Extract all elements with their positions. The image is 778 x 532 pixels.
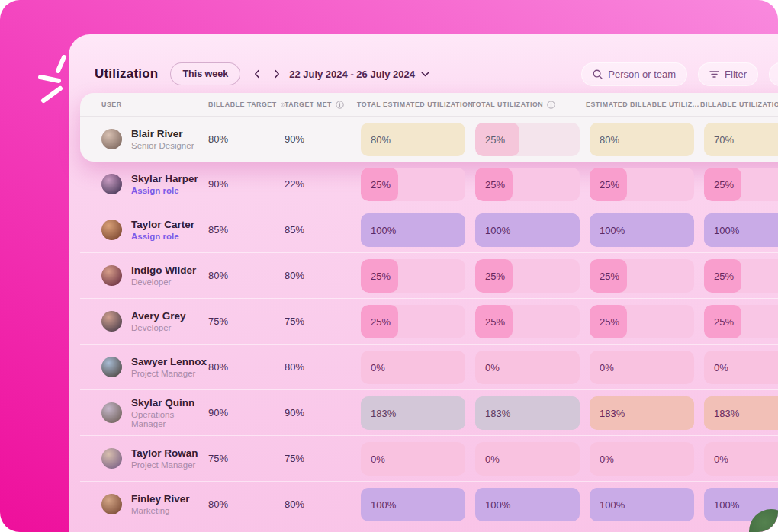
column-header-label: TOTAL ESTIMATED UTILIZATION <box>357 101 473 108</box>
user-cell: Avery GreyDeveloper <box>101 310 208 333</box>
user-name: Taylor Rowan <box>131 447 198 460</box>
utilization-bar: 100% <box>361 213 465 247</box>
user-role: Project Manager <box>131 460 198 470</box>
table-row[interactable]: Taylor CarterAssign role85%85%100%100%10… <box>80 207 778 252</box>
target-met-value: 80% <box>285 361 357 373</box>
utilization-bar-cell: 0% <box>700 351 778 384</box>
column-header-label: TOTAL UTILIZATION <box>471 101 543 108</box>
date-range-label[interactable]: 22 July 2024 - 26 July 2024 <box>289 69 415 80</box>
avatar <box>101 494 122 514</box>
column-header: TARGET MET <box>285 101 357 109</box>
user-cell: Blair RiverSenior Designer <box>101 128 208 151</box>
utilization-bar-cell: 0% <box>471 351 586 384</box>
utilization-bar: 0% <box>475 351 580 384</box>
filter-button[interactable]: Filter <box>698 62 758 86</box>
utilization-bar: 100% <box>590 213 694 247</box>
avatar <box>101 220 122 240</box>
next-week-button[interactable] <box>271 68 283 80</box>
utilization-bar-value: 100% <box>371 498 396 510</box>
utilization-bar-cell: 25% <box>700 259 778 293</box>
utilization-bar: 25% <box>361 305 465 338</box>
utilization-bar-cell: 100% <box>357 213 471 247</box>
utilization-bar-cell: 183% <box>700 396 778 430</box>
utilization-bar-cell: 100% <box>586 488 700 521</box>
assign-role-link[interactable]: Assign role <box>131 232 194 241</box>
column-header-label: TARGET MET <box>285 101 332 108</box>
utilization-bar-cell: 25% <box>700 305 778 338</box>
target-met-value: 90% <box>285 133 357 145</box>
utilization-bar: 25% <box>704 259 778 293</box>
table-row[interactable]: Skylar HarperAssign role90%22%25%25%25%2… <box>80 162 778 207</box>
table-row[interactable]: Finley RiverMarketing80%80%100%100%100%1… <box>80 481 778 527</box>
utilization-bar-cell: 25% <box>357 168 471 201</box>
utilization-bar-value: 0% <box>485 361 500 373</box>
filter-icon <box>709 70 719 79</box>
table-row[interactable]: Indigo WilderDeveloper80%80%25%25%25%25% <box>80 252 778 298</box>
user-role: Developer <box>131 277 196 287</box>
utilization-bar: 0% <box>361 442 465 476</box>
assign-role-link[interactable]: Assign role <box>131 186 198 195</box>
utilization-bar-cell: 80% <box>586 123 700 156</box>
header-actions: Person or team Filter <box>581 62 778 86</box>
column-header: BILLABLE UTILIZATION <box>700 101 778 109</box>
table-row[interactable]: Sawyer LennoxProject Manager80%80%0%0%0%… <box>80 344 778 389</box>
utilization-bar-cell: 183% <box>586 396 700 430</box>
table-body: Skylar HarperAssign role90%22%25%25%25%2… <box>80 162 778 532</box>
table-row[interactable]: Blair RiverSenior Designer80%90%80%25%80… <box>80 117 778 162</box>
utilization-bar: 183% <box>590 396 694 430</box>
utilization-bar: 25% <box>475 123 580 156</box>
prev-week-button[interactable] <box>251 68 263 80</box>
utilization-bar: 183% <box>361 396 465 430</box>
column-header: TOTAL UTILIZATION <box>471 101 586 109</box>
utilization-bar-value: 80% <box>371 133 391 145</box>
utilization-bar-value: 100% <box>485 498 510 510</box>
utilization-bar: 25% <box>590 168 694 201</box>
table-row[interactable]: Skylar QuinnOperations Manager90%90%183%… <box>80 389 778 435</box>
utilization-bar: 25% <box>475 305 580 338</box>
table-row[interactable]: Avery GreyDeveloper75%75%25%25%25%25% <box>80 298 778 344</box>
utilization-bar-value: 25% <box>714 316 734 327</box>
sparkle-decoration <box>38 55 72 105</box>
column-header-label: BILLABLE TARGET <box>208 101 277 108</box>
date-range-dropdown[interactable] <box>421 72 429 77</box>
utilization-bar: 25% <box>361 259 465 293</box>
page-title: Utilization <box>95 66 158 82</box>
column-header-label: USER <box>101 101 122 108</box>
billable-target-value: 80% <box>208 498 285 510</box>
utilization-bar-value: 100% <box>714 498 739 510</box>
app-window: Utilization This week 22 July 2024 - 26 … <box>0 0 778 532</box>
utilization-bar: 183% <box>704 396 778 430</box>
utilization-bar-cell: 0% <box>357 442 471 476</box>
utilization-bar-value: 25% <box>485 133 505 145</box>
utilization-bar: 25% <box>590 259 694 293</box>
utilization-bar-cell: 0% <box>586 351 700 384</box>
search-input[interactable]: Person or team <box>581 62 687 86</box>
utilization-bar-value: 0% <box>714 453 728 464</box>
utilization-bar-value: 0% <box>371 361 385 373</box>
column-header: TOTAL ESTIMATED UTILIZATION <box>357 101 471 109</box>
utilization-bar: 0% <box>704 351 778 384</box>
table-row[interactable]: Taylor RowanProject Manager75%75%0%0%0%0… <box>80 435 778 481</box>
user-name: Skylar Quinn <box>131 397 208 409</box>
user-cell: Taylor RowanProject Manager <box>101 447 208 470</box>
date-nav <box>251 68 283 80</box>
column-header: BILLABLE TARGET <box>208 101 285 109</box>
info-icon[interactable] <box>547 101 555 109</box>
table-row[interactable] <box>80 527 778 532</box>
utilization-bar-value: 100% <box>485 224 510 236</box>
utilization-bar-cell: 100% <box>471 213 586 247</box>
utilization-bar-value: 25% <box>485 178 505 190</box>
target-met-value: 80% <box>285 270 357 281</box>
avatar <box>101 357 122 377</box>
utilization-bar-cell: 25% <box>471 123 586 156</box>
chevron-down-icon <box>421 72 429 77</box>
info-icon[interactable] <box>336 101 344 109</box>
user-name: Sawyer Lennox <box>131 356 207 368</box>
utilization-bar: 25% <box>704 305 778 338</box>
avatar <box>101 448 122 469</box>
period-selector-button[interactable]: This week <box>170 62 240 85</box>
search-icon <box>593 69 603 79</box>
more-actions-button[interactable] <box>769 62 778 86</box>
utilization-bar-cell: 25% <box>700 168 778 201</box>
utilization-bar: 100% <box>475 213 580 247</box>
